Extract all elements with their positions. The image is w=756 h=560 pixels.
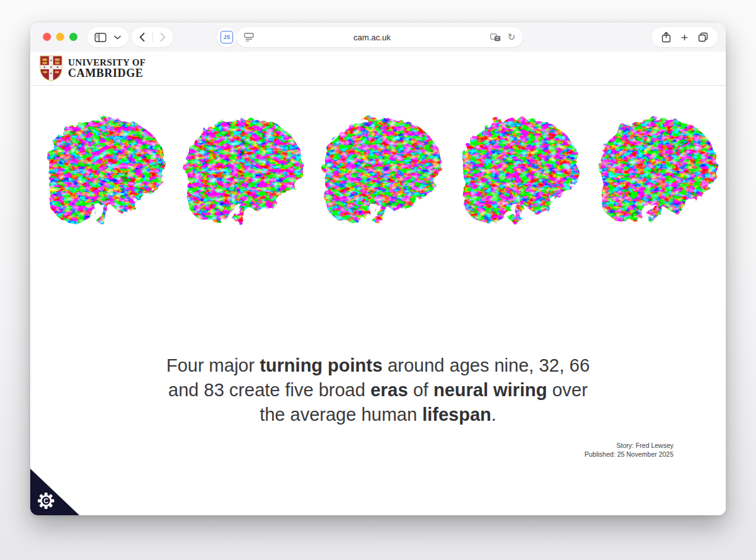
headline: Four major turning points around ages ni… [30, 353, 726, 427]
dti-brain-image [173, 106, 307, 232]
page-settings-button[interactable] [244, 33, 254, 42]
url-field[interactable] [254, 32, 490, 43]
logo-line2: CAMBRIDGE [68, 67, 146, 79]
gear-letter: C [43, 497, 49, 505]
close-window-button[interactable] [43, 33, 51, 41]
headline-text: over [547, 380, 587, 400]
zoom-window-button[interactable] [69, 33, 77, 41]
headline-emphasis: eras [370, 380, 408, 400]
forward-button[interactable] [160, 33, 166, 42]
tab-overview-button[interactable] [698, 32, 708, 42]
cambridge-logo-link[interactable]: UNIVERSITY OF CAMBRIDGE [39, 55, 146, 82]
js-extension-button[interactable]: JS [220, 31, 233, 43]
sidebar-controls [87, 27, 129, 47]
headline-text: of [408, 380, 433, 400]
chevron-left-icon [139, 33, 145, 42]
chevron-down-icon [114, 35, 121, 40]
js-extension-badge: JS [220, 31, 233, 43]
logo-line1: UNIVERSITY OF [68, 57, 146, 67]
translate-button[interactable] [490, 33, 501, 42]
headline-text: and 83 create five broad [168, 380, 370, 400]
browser-titlebar: JS [30, 23, 726, 52]
address-bar[interactable]: ↻ [236, 27, 523, 47]
gear-icon: C [38, 493, 54, 509]
brain-strip [30, 106, 726, 232]
headline-emphasis: turning points [260, 355, 382, 375]
credit-published: Published: 25 November 2025 [585, 450, 673, 459]
sidebar-toggle-button[interactable] [94, 33, 106, 42]
headline-emphasis: lifespan [422, 404, 491, 425]
back-button[interactable] [139, 33, 145, 42]
story-credit: Story: Fred Lewsey Published: 25 Novembe… [585, 442, 673, 459]
site-header: UNIVERSITY OF CAMBRIDGE [30, 52, 726, 86]
cambridge-shield-icon [39, 55, 63, 82]
page-content: Four major turning points around ages ni… [30, 86, 726, 515]
headline-text: . [491, 404, 496, 425]
desktop-background: JS [0, 0, 756, 560]
share-button[interactable] [662, 31, 671, 43]
new-tab-button[interactable]: + [681, 31, 688, 43]
dti-brain-image [449, 106, 583, 232]
settings-gear-button[interactable]: C [37, 492, 55, 510]
address-bar-actions: ↻ [490, 33, 515, 42]
headline-emphasis: neural wiring [433, 380, 547, 400]
plus-icon: + [681, 31, 688, 43]
share-icon [662, 31, 671, 43]
sidebar-menu-chevron[interactable] [114, 35, 121, 40]
credit-story: Story: Fred Lewsey [585, 442, 673, 450]
dti-brain-image [587, 106, 721, 232]
chevron-right-icon [160, 33, 166, 42]
browser-window: JS [30, 23, 726, 515]
dti-brain-image [35, 106, 169, 232]
dti-brain-image [311, 106, 445, 232]
tabs-overview-icon [698, 32, 708, 42]
cambridge-logo-text: UNIVERSITY OF CAMBRIDGE [68, 57, 146, 79]
window-actions: + [651, 27, 718, 47]
minimize-window-button[interactable] [56, 33, 64, 41]
js-extension-container: JS [217, 27, 237, 47]
translate-icon [490, 33, 501, 42]
reload-icon: ↻ [507, 32, 515, 42]
reader-format-icon [244, 33, 254, 42]
nav-controls [132, 27, 173, 47]
headline-text: around ages nine, 32, 66 [382, 355, 590, 375]
headline-text: the average human [260, 404, 422, 425]
reload-button[interactable]: ↻ [507, 33, 515, 42]
sidebar-icon [94, 33, 106, 42]
headline-text: Four major [166, 355, 260, 375]
nav-divider [152, 32, 153, 42]
